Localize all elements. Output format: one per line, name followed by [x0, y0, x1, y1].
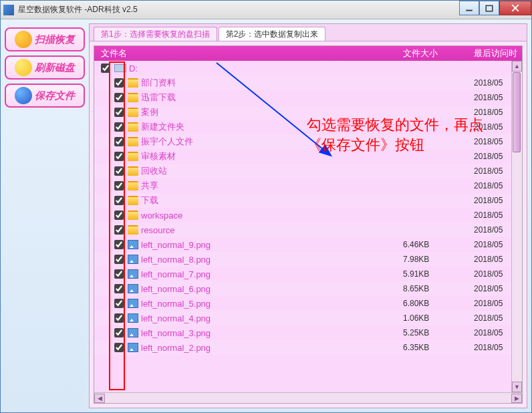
root-label: D: [129, 63, 403, 74]
file-checkbox[interactable] [114, 166, 124, 176]
file-name: left_normal_9.png [141, 240, 403, 250]
file-checkbox[interactable] [114, 240, 124, 249]
scroll-down-arrow[interactable]: ▼ [512, 382, 522, 392]
file-name: 下载 [141, 194, 403, 206]
window-controls [459, 1, 531, 15]
file-name: left_normal_2.png [141, 343, 403, 353]
app-icon [3, 5, 14, 15]
refresh-label: 刷新磁盘 [35, 61, 75, 74]
file-row[interactable]: 共享2018/05 [94, 178, 522, 193]
file-checkbox[interactable] [114, 211, 124, 220]
col-filename[interactable]: 文件名 [94, 47, 403, 59]
image-file-icon [128, 313, 138, 323]
file-row[interactable]: 案例2018/05 [94, 105, 522, 120]
image-file-icon [128, 343, 138, 352]
file-row[interactable]: left_normal_4.png1.06KB2018/05 [94, 311, 522, 325]
drive-icon [114, 64, 126, 72]
file-checkbox[interactable] [114, 299, 124, 308]
file-checkbox[interactable] [114, 225, 124, 235]
file-name: left_normal_5.png [141, 299, 403, 309]
file-row[interactable]: 振宇个人文件2018/05 [94, 134, 522, 149]
folder-icon [128, 137, 138, 146]
file-checkbox[interactable] [114, 269, 124, 279]
folder-icon [128, 93, 138, 102]
drive-root-row[interactable]: D: [94, 61, 522, 76]
file-checkbox[interactable] [114, 108, 124, 117]
file-row[interactable]: left_normal_8.png7.98KB2018/05 [94, 252, 522, 267]
file-row[interactable]: 回收站2018/05 [94, 164, 522, 178]
folder-icon [128, 166, 138, 176]
scroll-right-arrow[interactable]: ▶ [511, 394, 522, 403]
image-file-icon [128, 299, 138, 308]
file-checkbox[interactable] [114, 152, 124, 161]
file-checkbox[interactable] [114, 137, 124, 146]
folder-icon [128, 78, 138, 88]
file-name: 共享 [141, 180, 403, 192]
file-row[interactable]: resource2018/05 [94, 223, 522, 237]
magnifier-icon [15, 31, 32, 48]
window-title: 星空数据恢复软件 -ADR科技 v2.5 [18, 4, 529, 15]
svg-rect-1 [486, 5, 493, 11]
scroll-left-arrow[interactable]: ◀ [94, 394, 105, 403]
file-checkbox[interactable] [114, 78, 124, 88]
file-name: left_normal_4.png [141, 313, 403, 323]
file-row[interactable]: left_normal_7.png5.91KB2018/05 [94, 267, 522, 281]
file-checkbox[interactable] [114, 196, 124, 205]
refresh-icon [15, 59, 32, 76]
folder-icon [128, 152, 138, 161]
file-row[interactable]: 迅雷下载2018/05 [94, 90, 522, 105]
refresh-disk-button[interactable]: 刷新磁盘 [5, 55, 85, 80]
file-row[interactable]: 下载2018/05 [94, 193, 522, 208]
file-name: left_normal_3.png [141, 328, 403, 338]
file-name: 回收站 [141, 165, 403, 177]
minimize-button[interactable] [459, 1, 479, 15]
file-row[interactable]: left_normal_2.png6.35KB2018/05 [94, 340, 522, 355]
file-checkbox[interactable] [114, 93, 124, 102]
file-row[interactable]: workspace2018/05 [94, 208, 522, 223]
file-size: 6.80KB [403, 299, 474, 308]
file-row[interactable]: left_normal_6.png8.65KB2018/05 [94, 281, 522, 296]
column-headers: 文件名 文件大小 最后访问时 [94, 46, 522, 61]
horizontal-scrollbar[interactable]: ◀ ▶ [94, 392, 522, 403]
file-checkbox[interactable] [114, 328, 124, 337]
file-size: 5.25KB [403, 328, 474, 337]
tab-step2[interactable]: 第2步：选中数据复制出来 [219, 27, 326, 41]
file-row[interactable]: left_normal_5.png6.80KB2018/05 [94, 296, 522, 311]
scroll-up-arrow[interactable]: ▲ [512, 61, 522, 72]
file-checkbox[interactable] [114, 313, 124, 323]
save-label: 保存文件 [35, 90, 75, 102]
file-size: 6.35KB [403, 343, 474, 352]
file-checkbox[interactable] [114, 343, 124, 352]
close-button[interactable] [499, 1, 531, 15]
tab-step1[interactable]: 第1步：选择需要恢复的盘扫描 [94, 27, 217, 41]
file-row[interactable]: left_normal_9.png6.46KB2018/05 [94, 237, 522, 252]
vertical-scrollbar[interactable]: ▲ ▼ [511, 61, 522, 392]
save-file-button[interactable]: 保存文件 [5, 84, 85, 108]
titlebar: 星空数据恢复软件 -ADR科技 v2.5 [1, 1, 531, 19]
scroll-thumb[interactable] [513, 72, 521, 152]
file-row[interactable]: 新建文件夹2018/05 [94, 120, 522, 134]
file-checkbox[interactable] [114, 255, 124, 264]
file-row[interactable]: 部门资料2018/05 [94, 76, 522, 90]
file-rows: D: 部门资料2018/05迅雷下载2018/05案例2018/05新建文件夹2… [94, 61, 522, 392]
maximize-button[interactable] [479, 1, 499, 15]
file-name: 新建文件夹 [141, 121, 403, 133]
file-name: left_normal_7.png [141, 269, 403, 279]
image-file-icon [128, 328, 138, 337]
file-checkbox[interactable] [114, 122, 124, 132]
sidebar: 扫描恢复 刷新磁盘 保存文件 [5, 23, 85, 408]
file-checkbox[interactable] [114, 284, 124, 293]
folder-icon [128, 181, 138, 190]
folder-icon [128, 225, 138, 235]
col-lastaccess[interactable]: 最后访问时 [474, 47, 522, 59]
scan-recover-button[interactable]: 扫描恢复 [5, 27, 85, 51]
file-name: left_normal_6.png [141, 284, 403, 294]
file-row[interactable]: left_normal_3.png5.25KB2018/05 [94, 325, 522, 340]
file-name: 部门资料 [141, 77, 403, 89]
file-size: 8.65KB [403, 284, 474, 293]
file-row[interactable]: 审核素材2018/05 [94, 149, 522, 164]
image-file-icon [128, 269, 138, 279]
root-checkbox[interactable] [101, 63, 110, 73]
col-filesize[interactable]: 文件大小 [403, 47, 474, 59]
file-checkbox[interactable] [114, 181, 124, 190]
